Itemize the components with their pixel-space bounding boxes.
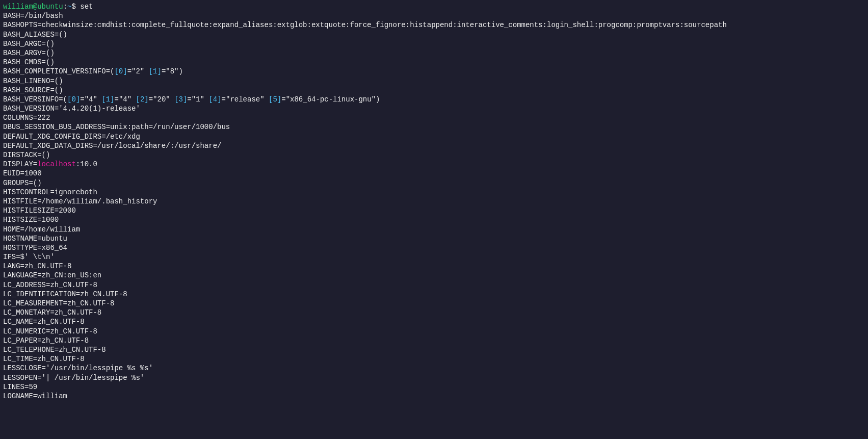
env-var: LC_NAME=zh_CN.UTF-8 <box>3 318 85 326</box>
output-line: DISPLAY=localhost:10.0 <box>3 160 865 169</box>
output-line: HISTCONTROL=ignoreboth <box>3 188 865 197</box>
env-var: LINES=59 <box>3 383 37 391</box>
output-line: BASH_ARGV=() <box>3 48 865 58</box>
bracket: ] <box>277 95 281 104</box>
output-line: LC_ADDRESS=zh_CN.UTF-8 <box>3 280 865 290</box>
terminal-output[interactable]: william@ubuntu:~$ setBASH=/bin/bashBASHO… <box>3 2 865 401</box>
output-line: BASH_VERSION='4.4.20(1)-release' <box>3 104 865 113</box>
bracket: [ <box>136 95 140 104</box>
array-index: 3 <box>179 95 183 104</box>
env-var: LC_TELEPHONE=zh_CN.UTF-8 <box>3 346 106 354</box>
env-var: DEFAULT_XDG_DATA_DIRS=/usr/local/share/:… <box>3 142 221 150</box>
env-var: DIRSTACK=() <box>3 151 50 159</box>
env-var: BASH=/bin/bash <box>3 12 63 20</box>
output-line: HOSTNAME=ubuntu <box>3 234 865 243</box>
prompt-line: william@ubuntu:~$ set <box>3 2 865 11</box>
output-line: BASH_COMPLETION_VERSINFO=([0]="2" [1]="8… <box>3 67 865 76</box>
space <box>144 67 148 75</box>
env-var: LESSOPEN='| /usr/bin/lesspipe %s' <box>3 374 144 382</box>
env-var: HOME=/home/william <box>3 225 80 234</box>
output-line: LESSOPEN='| /usr/bin/lesspipe %s' <box>3 373 865 382</box>
bracket: ] <box>144 95 148 104</box>
prompt-user-host: william@ubuntu <box>3 3 63 11</box>
env-var: LC_IDENTIFICATION=zh_CN.UTF-8 <box>3 290 127 298</box>
env-var: LC_TIME=zh_CN.UTF-8 <box>3 355 85 363</box>
paren: ) <box>376 95 380 104</box>
output-line: LINES=59 <box>3 382 865 392</box>
env-var: LOGNAME=william <box>3 392 67 400</box>
env-var: DBUS_SESSION_BUS_ADDRESS=unix:path=/run/… <box>3 123 230 131</box>
prompt-sep: : <box>63 3 67 11</box>
env-var: BASH_SOURCE=() <box>3 86 63 94</box>
bracket: [ <box>149 67 153 75</box>
env-var: HOSTNAME=ubuntu <box>3 235 67 243</box>
bracket: [ <box>101 95 106 104</box>
output-line: LC_MONETARY=zh_CN.UTF-8 <box>3 308 865 317</box>
env-var: HISTFILE=/home/william/.bash_history <box>3 197 157 205</box>
env-var: LC_ADDRESS=zh_CN.UTF-8 <box>3 281 97 289</box>
paren: ) <box>179 67 183 75</box>
env-var: LESSCLOSE='/usr/bin/lesspipe %s %s' <box>3 364 153 372</box>
bracket: ] <box>76 95 80 104</box>
output-line: EUID=1000 <box>3 169 865 178</box>
env-var: LANGUAGE=zh_CN:en_US:en <box>3 271 101 279</box>
output-line: HISTFILE=/home/william/.bash_history <box>3 197 865 206</box>
output-line: LC_IDENTIFICATION=zh_CN.UTF-8 <box>3 290 865 299</box>
output-line: LC_PAPER=zh_CN.UTF-8 <box>3 336 865 345</box>
output-line: BASH=/bin/bash <box>3 11 865 20</box>
output-line: HOME=/home/william <box>3 225 865 234</box>
output-line: GROUPS=() <box>3 178 865 188</box>
output-line: BASH_LINENO=() <box>3 76 865 86</box>
output-line: LC_TELEPHONE=zh_CN.UTF-8 <box>3 345 865 354</box>
output-line: HISTSIZE=1000 <box>3 215 865 224</box>
array-value: ="4" <box>114 95 131 104</box>
output-line: LOGNAME=william <box>3 392 865 401</box>
array-value: ="1" <box>187 95 204 104</box>
output-line: LESSCLOSE='/usr/bin/lesspipe %s %s' <box>3 364 865 373</box>
env-var: BASH_ARGC=() <box>3 40 55 48</box>
space <box>265 95 269 104</box>
env-var: BASH_LINENO=() <box>3 77 63 85</box>
env-var: LC_PAPER=zh_CN.UTF-8 <box>3 337 89 345</box>
output-line: HISTFILESIZE=2000 <box>3 206 865 215</box>
env-var: BASH_ARGV=() <box>3 49 55 57</box>
bracket: [ <box>114 67 118 75</box>
env-var: BASH_CMDS=() <box>3 58 55 66</box>
array-value: ="4" <box>80 95 97 104</box>
output-line: DBUS_SESSION_BUS_ADDRESS=unix:path=/run/… <box>3 122 865 132</box>
env-var: BASH_VERSION='4.4.20(1)-release' <box>3 105 140 113</box>
output-line: LC_NUMERIC=zh_CN.UTF-8 <box>3 327 865 336</box>
env-var: HISTFILESIZE=2000 <box>3 206 76 215</box>
output-line: LC_MEASUREMENT=zh_CN.UTF-8 <box>3 299 865 308</box>
env-var: HISTSIZE=1000 <box>3 216 59 224</box>
env-var: EUID=1000 <box>3 169 42 177</box>
output-line: HOSTTYPE=x86_64 <box>3 243 865 252</box>
array-value: ="2" <box>127 67 145 75</box>
array-index: 0 <box>71 95 75 104</box>
prompt-symbol: $ <box>71 3 80 11</box>
output-line: IFS=$' \t\n' <box>3 252 865 262</box>
bracket: ] <box>157 67 161 75</box>
array-index: 1 <box>106 95 110 104</box>
env-var: COLUMNS=222 <box>3 114 50 122</box>
output-line: BASH_VERSINFO=([0]="4" [1]="4" [2]="20" … <box>3 95 865 104</box>
env-var: DISPLAY= <box>3 160 37 168</box>
array-value: ="8" <box>162 67 179 75</box>
command-text: set <box>80 3 93 11</box>
bracket: [ <box>208 95 213 104</box>
display-host: localhost <box>37 160 76 168</box>
output-line: DIRSTACK=() <box>3 150 865 160</box>
env-var: IFS=$' \t\n' <box>3 253 55 261</box>
env-var: BASH_VERSINFO=( <box>3 95 67 104</box>
env-var: LC_NUMERIC=zh_CN.UTF-8 <box>3 327 97 335</box>
array-index: 4 <box>213 95 217 104</box>
env-var: BASH_ALIASES=() <box>3 31 67 39</box>
output-line: BASH_CMDS=() <box>3 58 865 67</box>
env-var: DEFAULT_XDG_CONFIG_DIRS=/etc/xdg <box>3 133 140 141</box>
output-line: LANG=zh_CN.UTF-8 <box>3 262 865 271</box>
output-line: DEFAULT_XDG_CONFIG_DIRS=/etc/xdg <box>3 132 865 141</box>
bracket: [ <box>174 95 178 104</box>
array-value: ="20" <box>149 95 170 104</box>
array-index: 5 <box>273 95 277 104</box>
output-line: BASH_ARGC=() <box>3 39 865 48</box>
